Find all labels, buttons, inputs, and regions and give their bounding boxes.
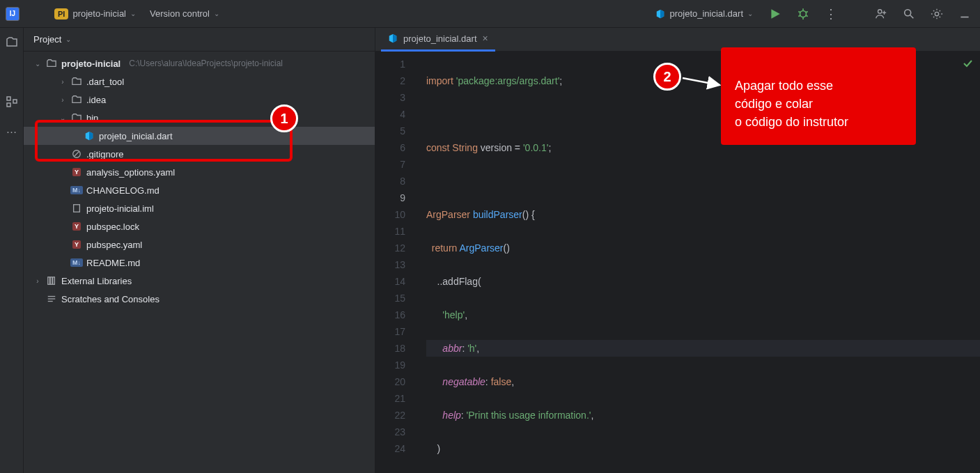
- line-number: 13: [375, 256, 405, 273]
- folder-icon: [46, 58, 57, 69]
- tree-item[interactable]: ⌄bin: [24, 109, 375, 127]
- line-number: 7: [375, 156, 405, 173]
- tree-item-label: bin: [86, 113, 98, 123]
- left-tool-rail: …: [0, 28, 24, 473]
- code-with-me-button[interactable]: [871, 4, 891, 24]
- tree-item-label: pubspec.yaml: [86, 240, 142, 250]
- line-number: 18: [375, 340, 405, 357]
- svg-rect-18: [7, 103, 10, 107]
- tree-item-label: pubspec.lock: [86, 222, 139, 232]
- external-libraries[interactable]: › External Libraries: [24, 272, 375, 290]
- tree-item[interactable]: projeto-inicial.iml: [24, 199, 375, 217]
- more-actions-button[interactable]: ⋮: [821, 4, 841, 24]
- line-number: 16: [375, 307, 405, 323]
- svg-point-3: [800, 10, 807, 17]
- minimize-button[interactable]: [955, 4, 974, 24]
- tree-item-label: .gitignore: [86, 149, 123, 160]
- chevron-down-icon: ⌄: [214, 10, 219, 17]
- structure-tool-icon[interactable]: [3, 93, 20, 110]
- svg-rect-24: [74, 205, 80, 212]
- tree-item[interactable]: ›.idea: [24, 91, 375, 109]
- line-number: 5: [375, 123, 405, 139]
- tree-item[interactable]: M↓CHANGELOG.md: [24, 181, 375, 199]
- tree-arrow-icon[interactable]: ⌄: [59, 114, 67, 122]
- tree-item-label: .idea: [86, 95, 106, 105]
- scratches-consoles[interactable]: Scratches and Consoles: [24, 290, 375, 308]
- tree-root[interactable]: ⌄ projeto-inicial C:\Users\alura\IdeaPro…: [24, 54, 375, 72]
- close-tab-icon[interactable]: ×: [483, 33, 488, 44]
- vcs-menu[interactable]: Version control ⌄: [146, 6, 224, 22]
- run-config-selector[interactable]: projeto_inicial.dart ⌄: [651, 6, 757, 22]
- tree-arrow-icon[interactable]: ›: [59, 96, 67, 104]
- settings-button[interactable]: [927, 4, 947, 24]
- line-number: 14: [375, 273, 405, 290]
- search-button[interactable]: [899, 4, 919, 24]
- chevron-down-icon: ⌄: [130, 10, 136, 17]
- annotation-badge-1: 1: [270, 104, 298, 132]
- editor-tab[interactable]: projeto_inicial.dart ×: [381, 28, 495, 52]
- project-panel: Project ⌄ ⌄ projeto-inicial C:\Users\alu…: [24, 28, 375, 473]
- chevron-down-icon: ⌄: [747, 10, 753, 17]
- tree-item[interactable]: Yanalysis_options.yaml: [24, 163, 375, 181]
- chevron-right-icon[interactable]: ›: [33, 277, 42, 285]
- project-name: projeto-inicial: [72, 8, 126, 19]
- svg-marker-32: [393, 34, 396, 42]
- line-number: 3: [375, 89, 405, 106]
- inspection-ok-icon[interactable]: [962, 57, 973, 68]
- line-number: 17: [375, 323, 405, 340]
- tree-item[interactable]: Ypubspec.lock: [24, 217, 375, 235]
- tree-item[interactable]: M↓README.md: [24, 254, 375, 272]
- line-number: 24: [375, 440, 405, 457]
- tree-item[interactable]: ›.dart_tool: [24, 72, 375, 91]
- dart-file-icon: [84, 130, 95, 141]
- tree-item[interactable]: Ypubspec.yaml: [24, 235, 375, 254]
- gitignore-icon: [71, 148, 82, 160]
- scratch-icon: [46, 293, 57, 304]
- svg-point-15: [935, 12, 938, 15]
- markdown-file-icon: M↓: [71, 257, 82, 268]
- svg-rect-17: [7, 97, 10, 100]
- yaml-file-icon: Y: [71, 239, 82, 250]
- svg-marker-2: [771, 9, 779, 19]
- line-number: 6: [375, 139, 405, 156]
- tree-item-label: .dart_tool: [86, 77, 124, 87]
- project-tool-icon[interactable]: [3, 33, 20, 50]
- ide-logo-icon: IJ: [6, 7, 20, 21]
- annotation-badge-2: 2: [653, 63, 681, 91]
- svg-line-23: [75, 152, 79, 157]
- debug-button[interactable]: [793, 4, 813, 24]
- svg-line-9: [805, 15, 807, 16]
- line-number: 8: [375, 173, 405, 189]
- svg-rect-27: [53, 277, 55, 285]
- tree-item-label: analysis_options.yaml: [86, 167, 175, 178]
- tree-item[interactable]: .gitignore: [24, 145, 375, 163]
- line-number: 19: [375, 357, 405, 373]
- markdown-file-icon: M↓: [71, 185, 82, 196]
- svg-line-7: [805, 11, 807, 12]
- dart-file-icon: [655, 9, 665, 19]
- svg-point-13: [905, 9, 911, 15]
- top-toolbar: IJ PI projeto-inicial ⌄ Version control …: [0, 0, 980, 28]
- project-selector[interactable]: PI projeto-inicial ⌄: [50, 6, 140, 22]
- main-menu-button[interactable]: [25, 4, 45, 24]
- tree-item-label: projeto-inicial.iml: [86, 203, 154, 214]
- chevron-down-icon[interactable]: ⌄: [33, 60, 42, 68]
- annotation-callout: Apagar todo esse código e colar o código…: [721, 47, 916, 145]
- dart-file-icon: [388, 33, 398, 43]
- yaml-file-icon: Y: [71, 221, 82, 232]
- svg-marker-21: [89, 132, 93, 140]
- project-panel-header[interactable]: Project ⌄: [24, 28, 375, 52]
- svg-rect-25: [48, 277, 50, 285]
- svg-line-6: [798, 11, 800, 12]
- folder-icon: [71, 112, 82, 123]
- tree-arrow-icon[interactable]: ›: [59, 78, 67, 86]
- line-number: 23: [375, 424, 405, 440]
- library-icon: [46, 275, 57, 286]
- line-number: 21: [375, 390, 405, 407]
- tree-item-label: CHANGELOG.md: [86, 185, 160, 196]
- tree-item[interactable]: projeto_inicial.dart: [24, 127, 375, 145]
- svg-point-10: [878, 9, 882, 13]
- more-tools-icon[interactable]: …: [3, 121, 20, 138]
- run-button[interactable]: [765, 4, 785, 24]
- svg-rect-19: [13, 100, 17, 103]
